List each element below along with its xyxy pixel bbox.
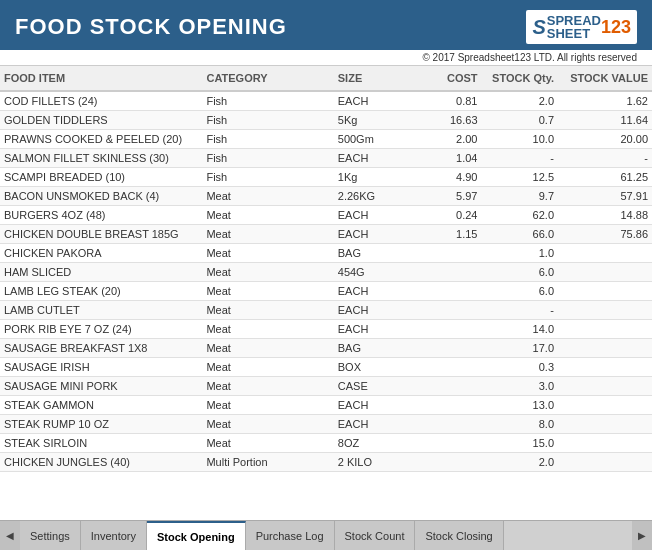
col-cost: COST bbox=[421, 66, 481, 91]
cell-stock: 62.0 bbox=[482, 206, 559, 225]
cell-food: SALMON FILLET SKINLESS (30) bbox=[0, 149, 202, 168]
cell-value: 14.88 bbox=[558, 206, 652, 225]
cell-size: EACH bbox=[334, 206, 422, 225]
cell-category: Fish bbox=[202, 111, 333, 130]
cell-food: CHICKEN PAKORA bbox=[0, 244, 202, 263]
cell-size: 5Kg bbox=[334, 111, 422, 130]
cell-size: EACH bbox=[334, 396, 422, 415]
table-row: SALMON FILLET SKINLESS (30) Fish EACH 1.… bbox=[0, 149, 652, 168]
col-category: CATEGORY bbox=[202, 66, 333, 91]
table-container: FOOD ITEM CATEGORY SIZE COST STOCK Qty. … bbox=[0, 66, 652, 520]
table-row: LAMB CUTLET Meat EACH - bbox=[0, 301, 652, 320]
cell-size: EACH bbox=[334, 282, 422, 301]
cell-category: Meat bbox=[202, 187, 333, 206]
cell-category: Meat bbox=[202, 415, 333, 434]
cell-cost bbox=[421, 377, 481, 396]
cell-category: Fish bbox=[202, 91, 333, 111]
cell-cost bbox=[421, 434, 481, 453]
tab-inventory[interactable]: Inventory bbox=[81, 521, 147, 550]
cell-value bbox=[558, 396, 652, 415]
cell-food: LAMB CUTLET bbox=[0, 301, 202, 320]
cell-food: STEAK GAMMON bbox=[0, 396, 202, 415]
table-row: LAMB LEG STEAK (20) Meat EACH 6.0 bbox=[0, 282, 652, 301]
col-stock-qty: STOCK Qty. bbox=[482, 66, 559, 91]
cell-value bbox=[558, 377, 652, 396]
cell-stock: 6.0 bbox=[482, 263, 559, 282]
cell-stock: 15.0 bbox=[482, 434, 559, 453]
tab-settings[interactable]: Settings bbox=[20, 521, 81, 550]
tab-next-button[interactable]: ▶ bbox=[632, 521, 652, 550]
cell-food: STEAK SIRLOIN bbox=[0, 434, 202, 453]
cell-food: CHICKEN JUNGLES (40) bbox=[0, 453, 202, 472]
cell-cost bbox=[421, 339, 481, 358]
table-row: CHICKEN JUNGLES (40) Multi Portion 2 KIL… bbox=[0, 453, 652, 472]
tab-prev-button[interactable]: ◀ bbox=[0, 521, 20, 550]
cell-food: SAUSAGE BREAKFAST 1X8 bbox=[0, 339, 202, 358]
cell-cost: 2.00 bbox=[421, 130, 481, 149]
col-stock-value: STOCK VALUE bbox=[558, 66, 652, 91]
cell-cost: 0.24 bbox=[421, 206, 481, 225]
cell-value bbox=[558, 453, 652, 472]
tab-stock-closing[interactable]: Stock Closing bbox=[415, 521, 503, 550]
cell-category: Meat bbox=[202, 206, 333, 225]
cell-size: CASE bbox=[334, 377, 422, 396]
cell-size: BAG bbox=[334, 244, 422, 263]
subheader: © 2017 Spreadsheet123 LTD. All rights re… bbox=[0, 50, 652, 66]
table-row: STEAK SIRLOIN Meat 8OZ 15.0 bbox=[0, 434, 652, 453]
cell-size: 8OZ bbox=[334, 434, 422, 453]
table-row: STEAK GAMMON Meat EACH 13.0 bbox=[0, 396, 652, 415]
cell-cost bbox=[421, 415, 481, 434]
cell-cost: 0.81 bbox=[421, 91, 481, 111]
cell-value bbox=[558, 320, 652, 339]
cell-food: STEAK RUMP 10 OZ bbox=[0, 415, 202, 434]
cell-stock: 0.3 bbox=[482, 358, 559, 377]
cell-stock: 13.0 bbox=[482, 396, 559, 415]
table-row: GOLDEN TIDDLERS Fish 5Kg 16.63 0.7 11.64 bbox=[0, 111, 652, 130]
cell-food: CHICKEN DOUBLE BREAST 185G bbox=[0, 225, 202, 244]
cell-value bbox=[558, 358, 652, 377]
table-row: BACON UNSMOKED BACK (4) Meat 2.26KG 5.97… bbox=[0, 187, 652, 206]
cell-food: PORK RIB EYE 7 OZ (24) bbox=[0, 320, 202, 339]
cell-size: EACH bbox=[334, 149, 422, 168]
cell-cost bbox=[421, 396, 481, 415]
cell-value: 11.64 bbox=[558, 111, 652, 130]
cell-size: 2.26KG bbox=[334, 187, 422, 206]
cell-value bbox=[558, 244, 652, 263]
cell-size: 500Gm bbox=[334, 130, 422, 149]
table-row: STEAK RUMP 10 OZ Meat EACH 8.0 bbox=[0, 415, 652, 434]
cell-food: PRAWNS COOKED & PEELED (20) bbox=[0, 130, 202, 149]
cell-value bbox=[558, 263, 652, 282]
table-row: CHICKEN DOUBLE BREAST 185G Meat EACH 1.1… bbox=[0, 225, 652, 244]
tab-purchase-log[interactable]: Purchase Log bbox=[246, 521, 335, 550]
cell-category: Meat bbox=[202, 434, 333, 453]
cell-size: 2 KILO bbox=[334, 453, 422, 472]
cell-food: HAM SLICED bbox=[0, 263, 202, 282]
cell-food: SAUSAGE IRISH bbox=[0, 358, 202, 377]
cell-cost: 4.90 bbox=[421, 168, 481, 187]
cell-category: Meat bbox=[202, 320, 333, 339]
cell-category: Fish bbox=[202, 149, 333, 168]
tab-stock-opening[interactable]: Stock Opening bbox=[147, 521, 246, 550]
cell-stock: - bbox=[482, 149, 559, 168]
cell-stock: 12.5 bbox=[482, 168, 559, 187]
cell-stock: - bbox=[482, 301, 559, 320]
cell-food: SCAMPI BREADED (10) bbox=[0, 168, 202, 187]
cell-stock: 2.0 bbox=[482, 453, 559, 472]
cell-cost bbox=[421, 320, 481, 339]
table-row: BURGERS 4OZ (48) Meat EACH 0.24 62.0 14.… bbox=[0, 206, 652, 225]
cell-category: Fish bbox=[202, 168, 333, 187]
cell-value: 1.62 bbox=[558, 91, 652, 111]
cell-size: EACH bbox=[334, 320, 422, 339]
table-header-row: FOOD ITEM CATEGORY SIZE COST STOCK Qty. … bbox=[0, 66, 652, 91]
cell-cost bbox=[421, 244, 481, 263]
cell-stock: 0.7 bbox=[482, 111, 559, 130]
cell-food: COD FILLETS (24) bbox=[0, 91, 202, 111]
tab-stock-count[interactable]: Stock Count bbox=[335, 521, 416, 550]
cell-stock: 17.0 bbox=[482, 339, 559, 358]
cell-size: BAG bbox=[334, 339, 422, 358]
cell-cost bbox=[421, 358, 481, 377]
col-size: SIZE bbox=[334, 66, 422, 91]
cell-cost: 16.63 bbox=[421, 111, 481, 130]
cell-value bbox=[558, 339, 652, 358]
app-title: FOOD STOCK OPENING bbox=[15, 14, 287, 40]
